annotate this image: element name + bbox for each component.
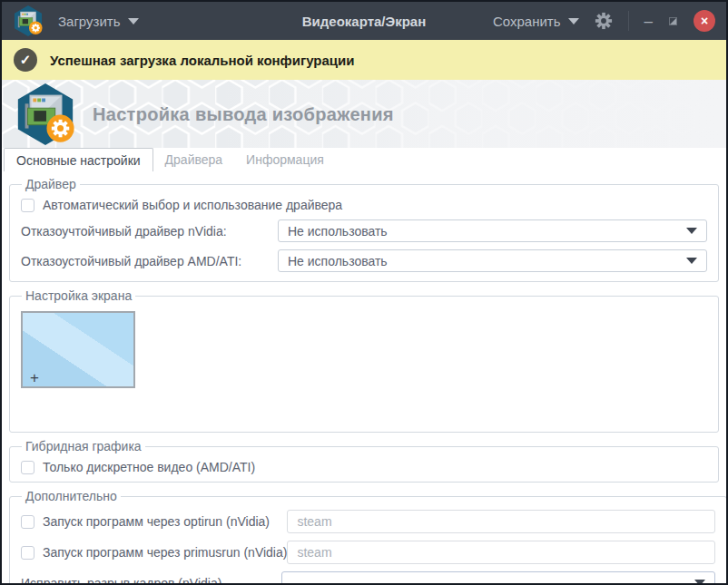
load-button-label: Загрузить [58, 14, 121, 29]
additional-group: Дополнительно Запуск программ через opti… [9, 489, 727, 585]
optirun-checkbox[interactable] [21, 515, 34, 529]
tab-drivers[interactable]: Драйвера [153, 148, 235, 171]
discrete-only-checkbox[interactable] [21, 461, 34, 474]
screen-setup-group: Настройка экрана + [9, 288, 719, 433]
discrete-only-label: Только дискретное видео (AMD/ATI) [43, 460, 255, 474]
titlebar-separator [628, 11, 629, 31]
notification-bar: ✓ Успешная загрузка локальной конфигурац… [2, 40, 726, 80]
chevron-down-icon [686, 228, 697, 234]
caret-down-icon [128, 18, 139, 24]
tearing-fix-dropdown[interactable] [281, 571, 715, 585]
page-header: Настройка вывода изображения [2, 80, 726, 148]
close-button[interactable]: × [694, 10, 715, 32]
save-button[interactable]: Сохранить [493, 14, 579, 29]
restore-button[interactable] [668, 16, 678, 26]
optirun-command-input[interactable] [287, 510, 715, 533]
tab-main-settings[interactable]: Основные настройки [4, 148, 153, 171]
chevron-down-icon [686, 258, 697, 264]
driver-group-legend: Драйвер [22, 177, 80, 191]
add-display-icon: + [30, 370, 39, 385]
check-icon: ✓ [14, 48, 37, 72]
tab-information[interactable]: Информация [234, 148, 336, 171]
amd-fallback-value: Не использовать [288, 254, 388, 268]
settings-gear-icon[interactable] [595, 12, 613, 30]
app-window: Загрузить Видеокарта/Экран Сохранить [0, 0, 728, 585]
chevron-down-icon [694, 580, 705, 585]
load-button[interactable]: Загрузить [58, 14, 139, 29]
app-logo-icon [13, 5, 44, 37]
primusrun-label: Запуск программ через primusrun (nVidia) [43, 545, 287, 560]
driver-group: Драйвер Автоматический выбор и использов… [9, 177, 719, 282]
titlebar: Загрузить Видеокарта/Экран Сохранить [2, 2, 726, 40]
amd-fallback-dropdown[interactable]: Не использовать [278, 249, 707, 272]
videocard-logo-icon [14, 82, 77, 148]
display-preview[interactable]: + [21, 311, 135, 388]
nvidia-fallback-value: Не использовать [288, 224, 388, 239]
amd-fallback-label: Отказоустойчивый драйвер AMD/ATI: [21, 254, 241, 268]
primusrun-command-input[interactable] [287, 541, 715, 564]
tearing-fix-label: Исправить разрыв кадров (nVidia) [21, 576, 221, 585]
nvidia-fallback-dropdown[interactable]: Не использовать [278, 219, 707, 242]
page-title: Настройка вывода изображения [93, 103, 394, 124]
screen-setup-legend: Настройка экрана [22, 288, 135, 303]
auto-driver-checkbox[interactable] [21, 199, 34, 212]
additional-group-legend: Дополнительно [22, 489, 121, 503]
auto-driver-label: Автоматический выбор и использование дра… [43, 198, 342, 212]
hybrid-graphics-group: Гибридная графика Только дискретное виде… [9, 439, 719, 483]
caret-down-icon [568, 18, 579, 24]
tab-bar: Основные настройки Драйвера Информация [2, 148, 726, 171]
optirun-label: Запуск программ через optirun (nVidia) [43, 514, 270, 529]
notification-text: Успешная загрузка локальной конфигурации [50, 53, 355, 68]
hybrid-graphics-legend: Гибридная графика [22, 439, 145, 453]
nvidia-fallback-label: Отказоучтойчивый драйвер nVidia: [21, 224, 227, 239]
minimize-button[interactable]: – [644, 14, 653, 29]
window-title: Видеокарта/Экран [302, 14, 427, 29]
save-button-label: Сохранить [493, 14, 561, 29]
main-content: Драйвер Автоматический выбор и использов… [2, 171, 726, 585]
primusrun-checkbox[interactable] [21, 546, 34, 560]
